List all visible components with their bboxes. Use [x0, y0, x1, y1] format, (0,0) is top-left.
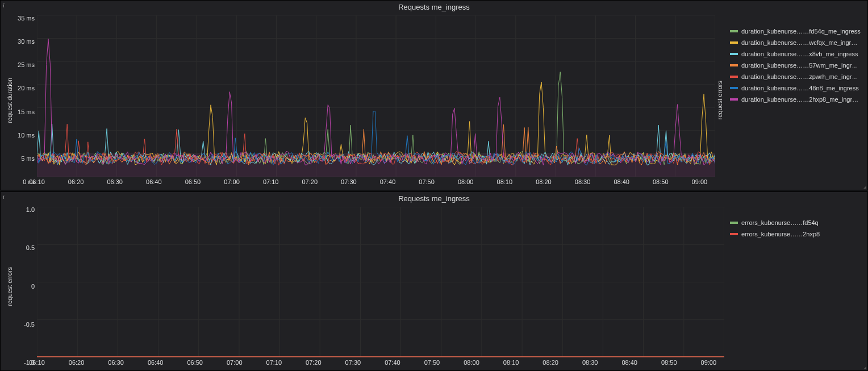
legend-item[interactable]: duration_kubenurse……wcfqx_me_ingress — [730, 37, 861, 48]
y-axis-ticks: 35 ms30 ms25 ms20 ms15 ms10 ms5 ms0 ns — [14, 15, 37, 185]
legend-swatch — [730, 76, 738, 78]
panel-requests-errors: i Requests me_ingress request errors 1.0… — [0, 191, 868, 371]
y-axis-label-right: request errors — [715, 81, 724, 119]
panel-title: Requests me_ingress — [1, 1, 867, 15]
axis-tick: 07:00 — [224, 178, 240, 185]
legend-label: duration_kubenurse……x8vb_me_ingress — [741, 51, 858, 57]
x-axis-ticks: 06:1006:2006:3006:4006:5007:0007:1007:20… — [37, 359, 724, 366]
legend-swatch — [730, 64, 738, 66]
axis-tick: 06:50 — [187, 359, 203, 366]
chart-svg — [37, 15, 715, 177]
axis-tick: 07:30 — [345, 359, 361, 366]
axis-tick: -0.5 — [14, 322, 35, 328]
legend-swatch — [730, 41, 738, 44]
plot-area[interactable] — [37, 15, 715, 177]
chart-legend: errors_kubenurse……fd54qerrors_kubenurse…… — [724, 207, 863, 366]
axis-tick: 08:50 — [661, 359, 677, 366]
axis-tick: 07:40 — [380, 178, 396, 185]
legend-label: duration_kubenurse……48n8_me_ingress — [741, 85, 859, 91]
legend-swatch — [730, 87, 738, 89]
legend-label: duration_kubenurse……2hxp8_me_ingress — [741, 96, 861, 103]
plot-column: 06:1006:2006:3006:4006:5007:0007:1007:20… — [37, 15, 715, 185]
info-icon[interactable]: i — [3, 2, 5, 9]
axis-tick: 09:00 — [692, 178, 708, 185]
plot-column: 06:1006:2006:3006:4006:5007:0007:1007:20… — [37, 207, 724, 366]
plot-wrap: request duration 35 ms30 ms25 ms20 ms15 … — [5, 15, 863, 185]
legend-label: duration_kubenurse……zpwrh_me_ingress — [741, 73, 861, 80]
x-axis-ticks: 06:1006:2006:3006:4006:5007:0007:1007:20… — [37, 178, 715, 185]
legend-item[interactable]: duration_kubenurse……2hxp8_me_ingress — [730, 94, 861, 105]
legend-swatch — [730, 233, 738, 235]
y-axis-ticks: 1.00.50-0.5-1.0 — [14, 207, 37, 366]
axis-tick: 1.0 — [14, 207, 35, 213]
axis-tick: 15 ms — [14, 109, 35, 115]
legend-item[interactable]: duration_kubenurse……57wm_me_ingress — [730, 60, 861, 71]
axis-tick: 06:10 — [29, 359, 45, 366]
axis-tick: 25 ms — [14, 62, 35, 68]
axis-tick: 06:20 — [69, 359, 85, 366]
axis-tick: 10 ms — [14, 132, 35, 139]
axis-tick: 07:10 — [263, 178, 279, 185]
axis-tick: 20 ms — [14, 85, 35, 91]
axis-tick: 08:00 — [458, 178, 474, 185]
axis-tick: 06:40 — [146, 178, 162, 185]
axis-tick: 08:10 — [497, 178, 513, 185]
legend-item[interactable]: duration_kubenurse……48n8_me_ingress — [730, 82, 861, 94]
axis-tick: 0 — [14, 284, 35, 290]
axis-tick: 08:30 — [575, 178, 591, 185]
legend-item[interactable]: errors_kubenurse……2hxp8 — [730, 228, 861, 240]
resize-handle-icon[interactable] — [862, 184, 866, 189]
resize-handle-icon[interactable] — [862, 365, 866, 369]
axis-tick: 35 ms — [14, 15, 35, 22]
axis-tick: 08:20 — [542, 359, 558, 366]
info-icon[interactable]: i — [3, 194, 5, 200]
axis-tick: 07:10 — [266, 359, 282, 366]
axis-tick: 07:40 — [385, 359, 400, 366]
legend-swatch — [730, 30, 738, 32]
axis-tick: 0.5 — [14, 245, 35, 251]
legend-item[interactable]: errors_kubenurse……fd54q — [730, 217, 861, 228]
axis-tick: 08:30 — [582, 359, 598, 366]
axis-tick: 5 ms — [14, 156, 35, 162]
axis-tick: 06:40 — [148, 359, 164, 366]
axis-tick: 06:20 — [68, 178, 84, 185]
axis-tick: 06:10 — [29, 178, 45, 185]
legend-label: duration_kubenurse……fd54q_me_ingress — [741, 28, 861, 35]
axis-tick: 08:50 — [653, 178, 669, 185]
legend-item[interactable]: duration_kubenurse……zpwrh_me_ingress — [730, 71, 861, 82]
y-axis-label-left: request duration — [5, 78, 14, 123]
axis-tick: 07:00 — [227, 359, 243, 366]
axis-tick: 08:00 — [464, 359, 479, 366]
legend-swatch — [730, 98, 738, 101]
legend-label: duration_kubenurse……wcfqx_me_ingress — [741, 39, 861, 46]
plot-area[interactable] — [37, 207, 724, 357]
legend-item[interactable]: duration_kubenurse……fd54q_me_ingress — [730, 26, 861, 37]
axis-tick: 08:40 — [621, 359, 637, 366]
legend-label: duration_kubenurse……57wm_me_ingress — [741, 62, 861, 69]
axis-tick: 08:40 — [614, 178, 629, 185]
axis-tick: 06:30 — [108, 359, 124, 366]
axis-tick: 08:20 — [536, 178, 552, 185]
panel-title: Requests me_ingress — [1, 192, 867, 207]
panel-requests-duration: i Requests me_ingress request duration 3… — [0, 0, 868, 190]
chart-svg — [37, 207, 724, 357]
chart-legend: duration_kubenurse……fd54q_me_ingressdura… — [724, 15, 863, 185]
y-axis-label-left: request errors — [5, 267, 14, 306]
legend-swatch — [730, 53, 738, 55]
axis-tick: 06:50 — [185, 178, 201, 185]
legend-swatch — [730, 222, 738, 224]
axis-tick: 08:10 — [503, 359, 519, 366]
axis-tick: 07:30 — [341, 178, 357, 185]
legend-label: errors_kubenurse……2hxp8 — [741, 231, 820, 237]
axis-tick: 07:20 — [302, 178, 318, 185]
axis-tick: 06:30 — [107, 178, 123, 185]
axis-tick: 07:50 — [419, 178, 435, 185]
axis-tick: 07:20 — [306, 359, 322, 366]
legend-label: errors_kubenurse……fd54q — [741, 219, 819, 226]
axis-tick: 30 ms — [14, 39, 35, 45]
plot-wrap: request errors 1.00.50-0.5-1.0 06:1006:2… — [5, 207, 863, 366]
axis-tick: 09:00 — [701, 359, 717, 366]
legend-item[interactable]: duration_kubenurse……x8vb_me_ingress — [730, 48, 861, 60]
axis-tick: 07:50 — [424, 359, 440, 366]
